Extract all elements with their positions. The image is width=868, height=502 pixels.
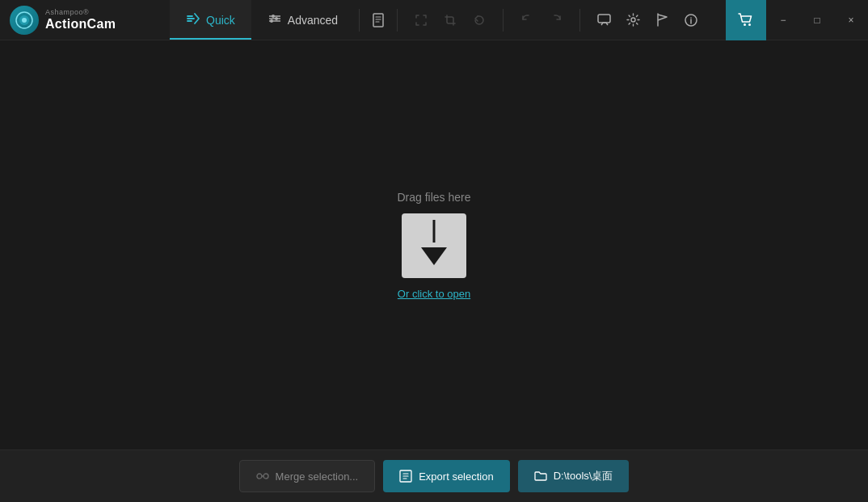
svg-point-6 xyxy=(272,15,275,18)
svg-point-2 xyxy=(22,18,27,23)
svg-point-16 xyxy=(257,474,262,479)
toolbar-group-1 xyxy=(402,6,498,34)
undo-icon[interactable] xyxy=(513,6,541,34)
drop-arrow-stem xyxy=(432,220,435,243)
brand-name: Ashampoo® xyxy=(45,9,116,17)
tab-advanced[interactable]: Advanced xyxy=(251,0,354,40)
svg-point-8 xyxy=(270,19,273,23)
bottom-bar: Merge selection... Export selection D:\t… xyxy=(0,449,868,502)
flag-icon[interactable] xyxy=(648,6,676,34)
toolbar-group-actions xyxy=(585,6,710,34)
app-logo-icon xyxy=(10,6,39,35)
drop-zone[interactable]: Drag files here Or click to open xyxy=(397,191,470,300)
window-controls: − □ × xyxy=(726,0,868,40)
tab-quick[interactable]: Quick xyxy=(170,0,251,40)
svg-rect-9 xyxy=(373,14,383,27)
export-selection-button[interactable]: Export selection xyxy=(383,460,510,492)
nav-sep-4 xyxy=(579,9,580,32)
info-icon[interactable] xyxy=(677,6,705,34)
svg-point-7 xyxy=(275,17,278,20)
crop-icon[interactable] xyxy=(436,6,464,34)
merge-icon xyxy=(256,470,269,483)
quick-icon xyxy=(186,13,200,27)
reset-icon[interactable] xyxy=(466,6,493,34)
file-icon[interactable] xyxy=(364,6,392,34)
minimize-button[interactable]: − xyxy=(766,0,800,40)
export-label: Export selection xyxy=(419,470,494,483)
folder-icon xyxy=(534,470,547,483)
nav-sep-1 xyxy=(359,9,360,32)
svg-point-11 xyxy=(631,18,635,22)
redo-icon[interactable] xyxy=(542,6,570,34)
export-icon xyxy=(399,470,412,483)
drop-icon-box xyxy=(402,213,466,278)
output-path-button[interactable]: D:\tools\桌面 xyxy=(518,460,630,492)
svg-point-17 xyxy=(263,474,268,479)
click-to-open-link[interactable]: Or click to open xyxy=(398,288,470,300)
advanced-icon xyxy=(268,13,282,27)
drop-arrow-head xyxy=(421,247,447,265)
path-label: D:\tools\桌面 xyxy=(554,469,613,483)
merge-selection-button[interactable]: Merge selection... xyxy=(239,460,376,492)
comment-icon[interactable] xyxy=(590,6,617,34)
svg-rect-10 xyxy=(598,15,610,23)
main-content: Drag files here Or click to open xyxy=(0,40,868,449)
toolbar-group-undo xyxy=(508,6,575,34)
svg-point-13 xyxy=(690,17,692,19)
app-name: ActionCam xyxy=(45,17,116,32)
close-button[interactable]: × xyxy=(834,0,868,40)
logo-area: Ashampoo® ActionCam xyxy=(0,6,170,35)
app-title: Ashampoo® ActionCam xyxy=(45,9,116,31)
nav-tabs: Quick Advanced xyxy=(170,0,710,40)
svg-point-15 xyxy=(748,23,751,26)
tab-advanced-label: Advanced xyxy=(288,14,338,27)
cart-button[interactable] xyxy=(726,0,766,40)
drag-text: Drag files here xyxy=(397,191,470,204)
fullscreen-icon[interactable] xyxy=(407,6,435,34)
tab-quick-label: Quick xyxy=(206,14,235,27)
settings-icon[interactable] xyxy=(619,6,647,34)
nav-sep-3 xyxy=(503,9,504,32)
nav-sep-2 xyxy=(397,9,398,32)
svg-point-14 xyxy=(744,23,746,26)
maximize-button[interactable]: □ xyxy=(800,0,834,40)
merge-label: Merge selection... xyxy=(276,470,359,483)
titlebar: Ashampoo® ActionCam Quick xyxy=(0,0,868,40)
